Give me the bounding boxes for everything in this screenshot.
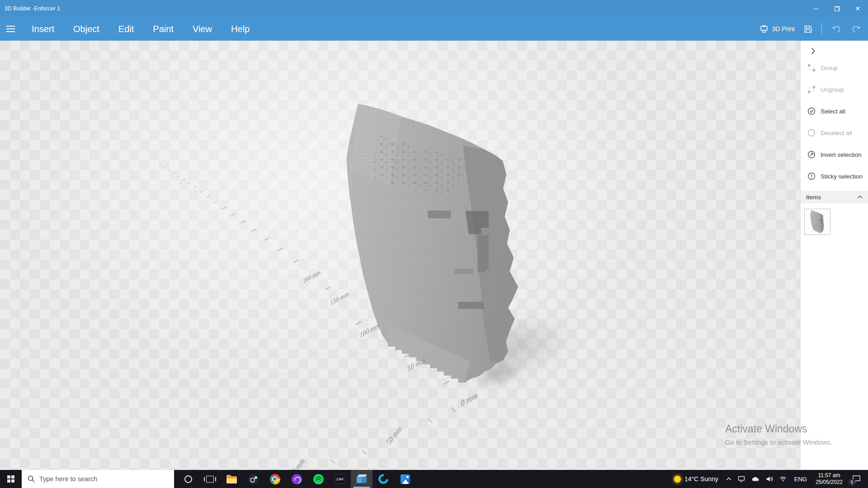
chevron-right-icon [811,47,815,55]
cortana-button[interactable] [177,470,199,488]
3d-builder-icon [357,474,367,484]
cortana-icon [184,475,192,483]
spotify-icon [313,474,324,484]
onedrive-cloud-icon [751,476,760,482]
axis-tick [182,178,185,180]
selection-panel: Group Ungroup Select all Deselect all [800,41,868,470]
blue-c-app-icon [377,472,391,486]
language-indicator[interactable]: ENG [790,470,811,488]
3d-print-icon [760,24,769,33]
purple-app-button[interactable] [286,470,307,488]
chrome-icon [270,474,280,484]
chevron-up-icon [726,477,731,481]
group-icon [807,63,816,72]
steam-icon [248,474,259,484]
axis-tick [428,418,433,423]
window-title: 3D Builder -Enforcer 1 [0,5,60,12]
axis-tick [252,229,257,232]
file-explorer-icon [226,476,237,483]
panel-collapse-button[interactable] [807,45,819,57]
hamburger-menu-button[interactable] [0,17,21,41]
clock[interactable]: 11:57 am 25/05/2022 [811,470,847,488]
action-center-button[interactable]: 6 [847,470,866,488]
axis-tick [231,213,236,216]
volume-icon [766,476,773,482]
invert-selection-button[interactable]: Invert selection [801,144,868,165]
axis-tick [159,164,161,166]
redo-icon [851,24,862,33]
notification-badge: 6 [849,479,855,486]
axis-tick [214,201,218,203]
deselect-all-label: Deselect all [821,130,852,136]
task-view-icon [206,476,214,483]
sticky-selection-label: Sticky selection [821,173,863,180]
selection-tools: Group Ungroup Select all Deselect all [801,57,868,187]
menu-edit[interactable]: Edit [118,24,134,34]
ungroup-label: Ungroup [821,86,844,93]
task-view-button[interactable] [199,470,221,488]
3d-print-button[interactable]: 3D Print [760,24,795,33]
axis-tick [207,195,211,198]
spotify-button[interactable] [307,470,329,488]
group-button: Group [801,57,868,79]
menu-insert[interactable]: Insert [32,24,54,34]
select-all-button[interactable]: Select all [801,100,868,122]
titlebar: 3D Builder -Enforcer 1 × [0,0,868,17]
select-all-icon [807,107,816,116]
axis-tick [362,450,367,454]
menu-items: Insert Object Edit Paint View Help [32,24,250,34]
taskbar-search[interactable] [22,470,174,488]
close-button[interactable]: × [847,0,868,17]
axis-tick [325,286,330,290]
3d-viewport[interactable]: 0 mm 50 mm 100 mm 150 mm 200 mm 50 mm 10… [0,41,800,470]
photos-button[interactable] [394,470,416,488]
weather-widget[interactable]: 14°C Sunny [670,470,723,488]
chrome-button[interactable] [264,470,286,488]
display-tray-button[interactable] [735,470,748,488]
onedrive-tray-button[interactable] [748,470,763,488]
blue-c-app-button[interactable] [373,470,394,488]
menu-view[interactable]: View [193,24,212,34]
save-button[interactable] [804,25,812,33]
axis-tick [264,237,269,240]
sun-icon [674,476,681,483]
items-collapse-button[interactable] [857,195,863,199]
taskbar-apps: Live [177,470,416,488]
file-explorer-button[interactable] [221,470,242,488]
axis-tick [330,459,335,463]
invert-selection-label: Invert selection [821,151,862,158]
axis-label-y-100: 100 mm [286,457,306,470]
sticky-selection-button[interactable]: Sticky selection [801,165,868,187]
voxel-face-model[interactable] [346,103,523,386]
search-icon [28,475,35,483]
steam-button[interactable] [242,470,264,488]
start-button[interactable] [0,470,22,488]
menu-object[interactable]: Object [73,24,99,34]
hidden-icons-button[interactable] [723,470,735,488]
axis-tick [188,182,191,184]
undo-icon [831,24,842,33]
volume-tray-button[interactable] [763,470,776,488]
restore-button[interactable] [826,0,847,17]
clock-date: 25/05/2022 [816,479,843,486]
search-input[interactable] [39,475,161,483]
items-section-header: Items [801,191,868,203]
minimize-button[interactable] [806,0,826,17]
live-app-button[interactable]: Live [329,470,351,488]
menubar: Insert Object Edit Paint View Help 3D Pr… [0,17,868,41]
weather-text: 14°C Sunny [684,475,718,483]
axis-tick [168,169,170,172]
item-thumbnail[interactable] [804,209,830,235]
network-icon [779,476,787,482]
network-tray-button[interactable] [776,470,790,488]
menu-help[interactable]: Help [231,24,250,34]
axis-tick [293,259,298,263]
ungroup-button: Ungroup [801,79,868,100]
3d-builder-button[interactable] [351,470,373,488]
purple-app-icon [292,474,302,484]
undo-button[interactable] [831,24,842,33]
ungroup-icon [807,85,816,94]
axis-tick [172,172,175,174]
menu-paint[interactable]: Paint [153,24,174,34]
redo-button[interactable] [851,24,862,33]
